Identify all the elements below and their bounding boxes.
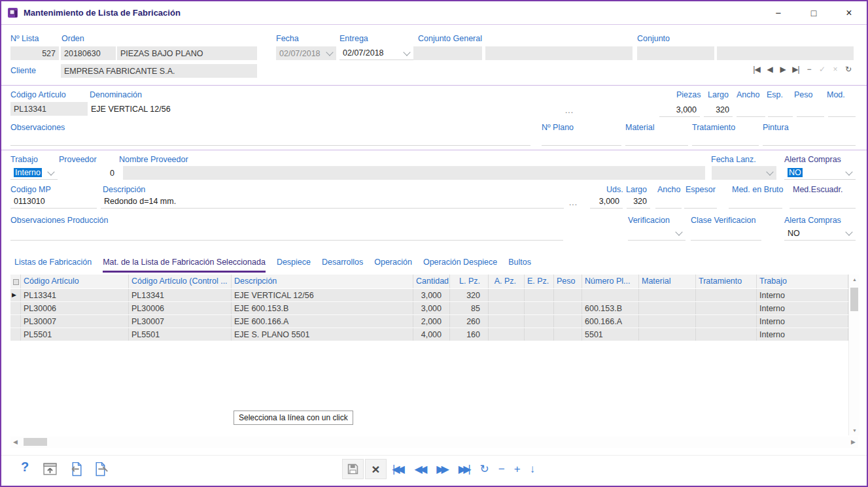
table-cell[interactable]: 2,000 — [413, 315, 450, 327]
table-cell[interactable] — [639, 289, 696, 301]
clase-verificacion-field[interactable] — [691, 226, 761, 241]
chevron-down-icon[interactable] — [766, 168, 773, 175]
column-header[interactable]: E. Pz. — [525, 275, 554, 288]
table-cell[interactable]: PL30006 — [129, 302, 232, 314]
vertical-scroll-thumb[interactable] — [850, 288, 858, 311]
ancho-mp-field[interactable] — [655, 195, 682, 209]
table-cell[interactable]: Interno — [757, 315, 848, 327]
delete-record-button[interactable]: − — [803, 65, 814, 74]
tab-listas-fabricacion[interactable]: Listas de Fabricación — [14, 258, 92, 273]
table-cell[interactable]: 3,000 — [413, 302, 450, 314]
observaciones-field[interactable] — [10, 134, 530, 146]
move-down-button[interactable]: ↓ — [530, 463, 536, 475]
column-header[interactable]: Peso — [554, 275, 582, 288]
prior-record-button[interactable]: ◀ — [764, 65, 775, 74]
prior-record-button[interactable]: ◀◀ — [415, 464, 428, 475]
chevron-down-icon[interactable] — [675, 228, 682, 235]
horizontal-scroll-thumb[interactable] — [24, 438, 47, 446]
table-cell[interactable]: 85 — [450, 302, 489, 314]
delete-record-button[interactable]: − — [498, 463, 505, 475]
scroll-left-icon[interactable]: ◀ — [13, 439, 18, 445]
table-cell[interactable] — [639, 302, 696, 314]
alerta-compras-combobox[interactable]: NO — [784, 166, 856, 180]
tab-operacion[interactable]: Operación — [374, 258, 412, 273]
table-cell[interactable] — [696, 302, 757, 314]
table-cell[interactable]: PL30007 — [129, 315, 232, 327]
import-page-icon[interactable] — [68, 461, 84, 480]
help-button[interactable]: ? — [21, 460, 29, 475]
table-cell[interactable]: EJE S. PLANO 5501 — [232, 328, 413, 341]
first-record-button[interactable]: |◀◀ — [392, 464, 406, 475]
table-cell[interactable]: 5501 — [582, 328, 639, 341]
table-cell[interactable]: 4,000 — [413, 328, 450, 341]
next-record-button[interactable]: ▶▶ — [436, 464, 449, 475]
first-record-button[interactable]: |◀ — [751, 65, 762, 74]
denominacion-field[interactable]: EJE VERTICAL 12/56 — [88, 102, 375, 116]
table-cell[interactable]: PL30007 — [21, 315, 129, 327]
export-window-icon[interactable] — [42, 461, 58, 480]
trabajo-combobox[interactable]: Interno — [10, 166, 58, 180]
largo-field[interactable]: 320 — [704, 103, 733, 117]
table-cell[interactable] — [696, 315, 757, 327]
table-cell[interactable]: PL30006 — [21, 302, 129, 314]
minimize-button[interactable]: − — [761, 1, 796, 24]
piezas-field[interactable]: 3,000 — [659, 103, 700, 117]
table-cell[interactable] — [525, 315, 554, 327]
mp-ellipsis-button[interactable]: ... — [569, 198, 578, 207]
table-row[interactable]: PL5501PL5501EJE S. PLANO 55014,000160550… — [10, 328, 848, 341]
column-header[interactable]: Cantidad — [413, 275, 450, 288]
table-cell[interactable] — [554, 289, 582, 301]
material-field[interactable] — [625, 134, 688, 146]
cancel-edit-button[interactable]: × — [829, 65, 841, 74]
table-cell[interactable]: EJE VERTICAL 12/56 — [232, 289, 413, 301]
tab-desarrollos[interactable]: Desarrollos — [322, 258, 363, 273]
table-cell[interactable]: Interno — [757, 328, 848, 341]
table-cell[interactable] — [525, 302, 554, 314]
table-cell[interactable]: 3,000 — [413, 289, 450, 301]
table-cell[interactable] — [696, 289, 757, 301]
table-cell[interactable]: Interno — [757, 289, 848, 301]
chevron-down-icon[interactable] — [845, 168, 852, 175]
cancel-button[interactable]: × — [365, 459, 387, 479]
chevron-down-icon[interactable] — [47, 168, 54, 175]
table-cell[interactable] — [489, 289, 525, 301]
next-record-button[interactable]: ▶ — [777, 65, 788, 74]
vertical-scrollbar[interactable]: ▲ ▼ — [848, 275, 859, 435]
post-edit-button[interactable]: ✓ — [816, 65, 827, 74]
table-cell[interactable] — [639, 328, 696, 341]
table-cell[interactable]: PL13341 — [129, 289, 232, 301]
horizontal-scrollbar[interactable]: ◀ ▶ — [10, 437, 858, 448]
column-header[interactable]: Material — [639, 275, 696, 288]
article-ellipsis-button[interactable]: ... — [565, 106, 574, 115]
largo-mp-field[interactable]: 320 — [627, 195, 650, 209]
select-all-header[interactable] — [10, 275, 21, 288]
table-cell[interactable]: 160 — [450, 328, 489, 341]
tab-mat-lista-seleccionada[interactable]: Mat. de la Lista de Fabricación Seleccio… — [103, 258, 266, 273]
column-header[interactable]: L. Pz. — [450, 275, 489, 288]
column-header[interactable]: Trabajo — [757, 275, 848, 288]
column-header[interactable]: Código Artículo (Control ... — [129, 275, 232, 288]
fecha-combobox[interactable]: 02/07/2018 — [276, 46, 336, 60]
table-cell[interactable]: PL13341 — [21, 289, 129, 301]
insert-record-button[interactable]: + — [514, 463, 521, 475]
mod-field[interactable] — [828, 103, 856, 117]
fecha-lanz-combobox[interactable] — [712, 166, 776, 180]
espesor-field[interactable] — [684, 195, 717, 209]
export-page-icon[interactable] — [93, 461, 109, 480]
table-cell[interactable] — [489, 315, 525, 327]
table-cell[interactable] — [554, 328, 582, 341]
table-cell[interactable]: 600.153.B — [582, 302, 639, 314]
table-row[interactable]: PL30007PL30007EJE 600.166.A2,000260600.1… — [10, 315, 848, 328]
plano-field[interactable] — [542, 134, 621, 146]
proveedor-field[interactable]: 0 — [64, 166, 118, 180]
descripcion-mp-field[interactable]: Redondo d=14 mm. — [101, 195, 564, 209]
ancho-field[interactable] — [737, 103, 765, 117]
table-cell[interactable] — [639, 315, 696, 327]
table-cell[interactable] — [696, 328, 757, 341]
table-cell[interactable] — [489, 302, 525, 314]
scroll-right-icon[interactable]: ▶ — [851, 439, 856, 445]
esp-field[interactable] — [768, 103, 793, 117]
column-header[interactable]: Código Artículo — [21, 275, 129, 288]
last-record-button[interactable]: ▶| — [790, 65, 801, 74]
obs-produccion-field[interactable] — [10, 226, 563, 241]
